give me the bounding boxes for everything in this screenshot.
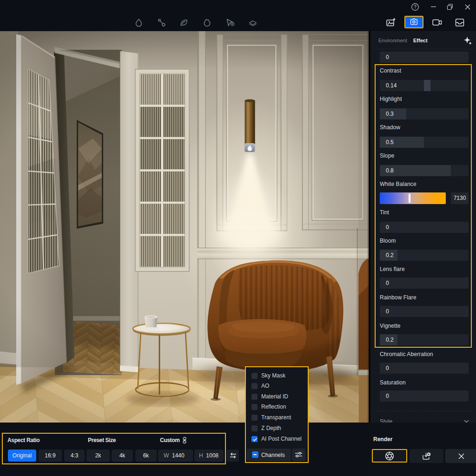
svg-text:?: ? bbox=[414, 5, 416, 10]
